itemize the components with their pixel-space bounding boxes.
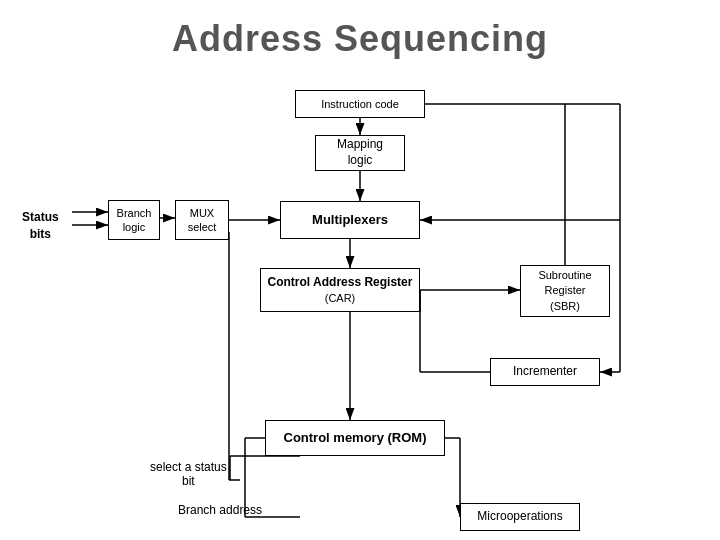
car-abbrev-label: (CAR) [325, 291, 356, 305]
sbr-label2: Register [545, 283, 586, 298]
sbr-label3: (SBR) [550, 299, 580, 314]
sbr-label1: Subroutine [538, 268, 591, 283]
mux-box: MUX select [175, 200, 229, 240]
mapping-label: Mapping [337, 137, 383, 153]
mux-label: MUX [190, 206, 214, 220]
incrementer-label: Incrementer [513, 364, 577, 380]
status-bits-label: Status bits [22, 209, 59, 243]
mapping-logic-box: Mapping logic [315, 135, 405, 171]
car-label: Control Address Register [268, 275, 413, 291]
branch-logic-box: Branch logic [108, 200, 160, 240]
incrementer-box: Incrementer [490, 358, 600, 386]
rom-box: Control memory (ROM) [265, 420, 445, 456]
microoperations-box: Microoperations [460, 503, 580, 531]
mux-select-label: select [188, 220, 217, 234]
multiplexers-box: Multiplexers [280, 201, 420, 239]
rom-label: Control memory (ROM) [284, 430, 427, 447]
instruction-code-box: Instruction code [295, 90, 425, 118]
logic-label: logic [348, 153, 373, 169]
branch-address-label: Branch address [178, 503, 262, 517]
car-box: Control Address Register (CAR) [260, 268, 420, 312]
instruction-code-label: Instruction code [321, 97, 399, 111]
page-title: Address Sequencing [0, 0, 720, 60]
select-status-label: select a status bit [150, 460, 227, 488]
sbr-box: Subroutine Register (SBR) [520, 265, 610, 317]
microoperations-label: Microoperations [477, 509, 562, 525]
multiplexers-label: Multiplexers [312, 212, 388, 229]
